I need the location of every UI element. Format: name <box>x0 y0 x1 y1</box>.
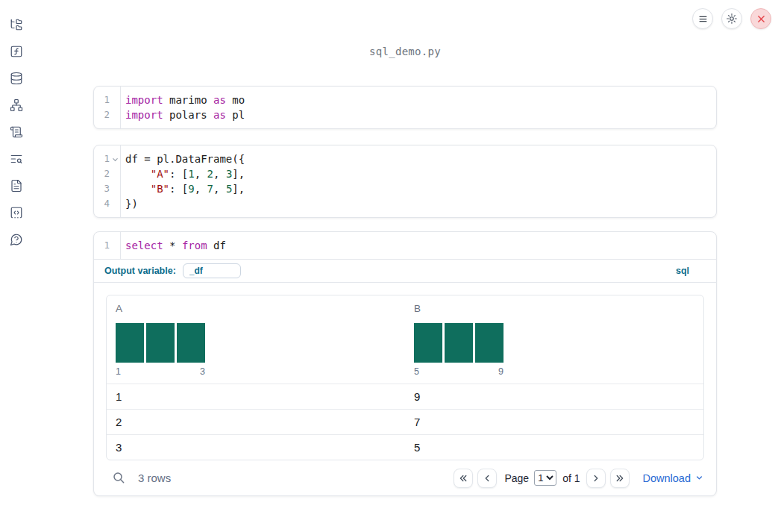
chevrons-left-icon <box>458 473 468 484</box>
histogram-bar <box>177 323 205 363</box>
column-header[interactable]: B59 <box>405 295 703 384</box>
column-header[interactable]: A13 <box>107 295 405 384</box>
function-square-icon[interactable] <box>10 45 23 58</box>
page-select[interactable]: 1 <box>534 470 556 486</box>
table-cell: 2 <box>107 410 405 434</box>
code-line: df = pl.DataFrame({ <box>125 151 716 166</box>
line-number: 1 <box>94 151 120 166</box>
sql-code-editor[interactable]: select * from df <box>121 232 716 259</box>
code-line: select * from df <box>125 238 716 253</box>
snippets-icon[interactable] <box>10 206 23 219</box>
line-number-gutter: 12 <box>94 87 121 128</box>
document-icon[interactable] <box>10 179 23 193</box>
output-variable-input[interactable] <box>183 263 241 278</box>
table-footer: 3 rows Page 1 of 1 <box>106 460 704 495</box>
table-row: 19 <box>107 384 703 409</box>
search-icon <box>113 472 125 484</box>
chevron-right-icon <box>591 473 601 484</box>
fold-chevron-icon[interactable] <box>112 152 119 167</box>
table-header-row: A13B59 <box>107 295 703 384</box>
gear-icon <box>726 13 738 25</box>
code-editor[interactable]: df = pl.DataFrame({ "A": [1, 2, 3], "B":… <box>121 145 716 217</box>
line-number: 4 <box>94 196 120 211</box>
histogram-bar <box>445 323 473 363</box>
histogram-bar <box>116 323 144 363</box>
line-number: 1 <box>94 238 120 253</box>
row-count-label: 3 rows <box>138 472 171 484</box>
database-icon[interactable] <box>10 72 23 85</box>
first-page-button[interactable] <box>454 469 473 488</box>
code-line: import polars as pl <box>125 107 716 122</box>
close-button[interactable] <box>750 8 771 29</box>
last-page-button[interactable] <box>610 469 630 488</box>
download-label: Download <box>643 472 691 484</box>
sql-cell: 1 select * from df Output variable: sql … <box>93 231 717 496</box>
histogram-bar <box>414 323 442 363</box>
table-row: 35 <box>107 434 703 460</box>
dependency-graph-icon[interactable] <box>10 98 23 112</box>
cell-output-area: A13B59 192735 3 rows <box>94 282 716 495</box>
close-x-icon <box>756 14 766 24</box>
table-cell: 1 <box>107 384 405 409</box>
line-number: 3 <box>94 181 120 196</box>
code-line: "B": [9, 7, 5], <box>125 181 716 196</box>
histogram-axis-label: 5 <box>414 366 419 377</box>
table-cell: 9 <box>405 384 703 409</box>
table-cell: 5 <box>405 435 703 460</box>
code-cell-dataframe[interactable]: 1234 df = pl.DataFrame({ "A": [1, 2, 3],… <box>93 145 717 218</box>
page-of-label: of 1 <box>562 472 580 484</box>
histogram-bar <box>146 323 175 363</box>
table-row: 27 <box>107 409 703 434</box>
column-histogram: 13 <box>116 323 205 377</box>
column-histogram: 59 <box>414 323 503 377</box>
next-page-button[interactable] <box>586 469 606 488</box>
line-number-gutter: 1234 <box>94 145 121 217</box>
line-number: 1 <box>94 93 120 107</box>
result-table: A13B59 192735 <box>106 295 704 460</box>
histogram-axis-label: 3 <box>200 366 205 377</box>
chevron-left-icon <box>482 473 492 484</box>
page-label: Page <box>504 472 529 484</box>
help-chat-icon[interactable] <box>10 233 23 246</box>
table-cell: 7 <box>405 410 703 434</box>
line-number: 2 <box>94 107 120 122</box>
scroll-icon[interactable] <box>10 125 23 139</box>
folder-tree-icon[interactable] <box>10 18 23 31</box>
chevron-down-icon <box>694 473 704 483</box>
column-header-label: B <box>414 303 694 314</box>
marimo-app-window: sql_demo.py 12 import marimo as moimport… <box>0 0 778 532</box>
table-body: 192735 <box>107 384 703 460</box>
column-header-label: A <box>116 303 396 314</box>
histogram-bar <box>475 323 503 363</box>
line-number-gutter: 1 <box>94 232 121 259</box>
output-variable-label: Output variable: <box>104 266 176 276</box>
settings-button[interactable] <box>721 8 742 29</box>
table-cell: 3 <box>107 435 405 460</box>
left-panel-sidebar <box>0 0 33 532</box>
download-button[interactable]: Download <box>643 472 705 484</box>
previous-page-button[interactable] <box>477 469 497 488</box>
sql-cell-footer: Output variable: sql <box>94 259 716 282</box>
chevrons-right-icon <box>615 473 625 484</box>
code-line: import marimo as mo <box>125 93 716 107</box>
list-search-icon[interactable] <box>10 152 23 166</box>
code-line: "A": [1, 2, 3], <box>125 166 716 181</box>
table-search-button[interactable] <box>113 472 125 484</box>
notebook-area: sql_demo.py 12 import marimo as moimport… <box>93 0 717 496</box>
code-editor[interactable]: import marimo as moimport polars as pl <box>121 87 716 128</box>
code-line: }) <box>125 196 716 211</box>
histogram-axis-label: 9 <box>498 366 503 377</box>
histogram-axis-label: 1 <box>116 366 121 377</box>
language-badge: sql <box>676 266 689 276</box>
line-number: 2 <box>94 166 120 181</box>
code-cell-imports[interactable]: 12 import marimo as moimport polars as p… <box>93 86 717 129</box>
notebook-filename[interactable]: sql_demo.py <box>93 46 717 57</box>
